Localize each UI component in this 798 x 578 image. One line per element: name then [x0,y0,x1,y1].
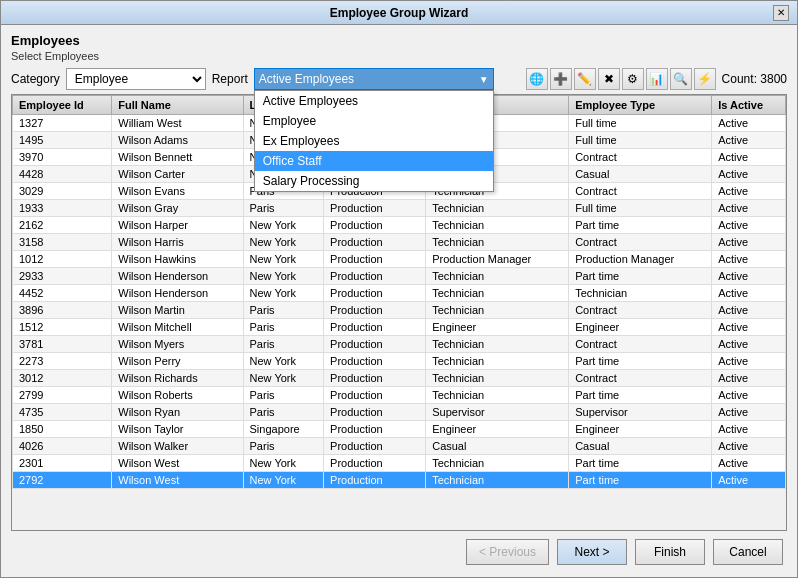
edit-icon[interactable]: ✏️ [574,68,596,90]
cell-employee-type: Casual [569,438,712,455]
cell-employee-id: 4428 [13,166,112,183]
table-row[interactable]: 3012 Wilson Richards New York Production… [13,370,786,387]
table-row[interactable]: 1850 Wilson Taylor Singapore Production … [13,421,786,438]
export-icon[interactable]: 📊 [646,68,668,90]
cell-full-name: Wilson Walker [112,438,243,455]
cell-employee-id: 4452 [13,285,112,302]
cell-full-name: Wilson Myers [112,336,243,353]
table-row[interactable]: 2273 Wilson Perry New York Production Te… [13,353,786,370]
count-label: Count: 3800 [722,72,787,86]
dropdown-item-active-employees[interactable]: Active Employees [255,91,493,111]
cell-dept-role: Production [324,370,426,387]
table-row[interactable]: 2799 Wilson Roberts Paris Production Tec… [13,387,786,404]
cell-employee-id: 2799 [13,387,112,404]
close-button[interactable]: ✕ [773,5,789,21]
cell-employee-id: 1512 [13,319,112,336]
dropdown-item-salary-processing[interactable]: Salary Processing [255,171,493,191]
col-is-active[interactable]: Is Active [712,96,786,115]
col-employee-type[interactable]: Employee Type [569,96,712,115]
cell-is-active: Active [712,217,786,234]
title-bar: Employee Group Wizard ✕ [1,1,797,25]
section-subtitle: Select Employees [11,50,787,62]
add-icon[interactable]: ➕ [550,68,572,90]
cell-employee-type: Full time [569,132,712,149]
cell-employee-id: 1012 [13,251,112,268]
report-dropdown-value: Active Employees [259,72,354,86]
cell-full-name: Wilson Roberts [112,387,243,404]
cell-employee-id: 4026 [13,438,112,455]
filter-icon[interactable]: ⚡ [694,68,716,90]
table-row[interactable]: 3781 Wilson Myers Paris Production Techn… [13,336,786,353]
search-icon[interactable]: 🔍 [670,68,692,90]
cell-employee-id: 2301 [13,455,112,472]
cell-employee-type: Contract [569,149,712,166]
cell-employee-id: 1933 [13,200,112,217]
table-row[interactable]: 1012 Wilson Hawkins New York Production … [13,251,786,268]
report-dropdown[interactable]: Active Employees ▼ [254,68,494,90]
cell-full-name: Wilson Richards [112,370,243,387]
cell-is-active: Active [712,404,786,421]
cell-dept-role: Production [324,200,426,217]
cell-location: New York [243,353,324,370]
dropdown-item-office-staff[interactable]: Office Staff [255,151,493,171]
cancel-button[interactable]: Cancel [713,539,783,565]
cell-location: New York [243,251,324,268]
col-full-name[interactable]: Full Name [112,96,243,115]
cell-dept-role: Production [324,472,426,489]
table-row[interactable]: 2792 Wilson West New York Production Tec… [13,472,786,489]
finish-button[interactable]: Finish [635,539,705,565]
cell-employee-type: Part time [569,353,712,370]
cell-employee-type: Part time [569,217,712,234]
cell-dept-role: Production [324,302,426,319]
settings-icon[interactable]: ⚙ [622,68,644,90]
table-row[interactable]: 4026 Wilson Walker Paris Production Casu… [13,438,786,455]
cell-is-active: Active [712,200,786,217]
cell-is-active: Active [712,302,786,319]
cell-dept-role: Production [324,404,426,421]
table-row[interactable]: 2933 Wilson Henderson New York Productio… [13,268,786,285]
cell-dept-role: Production [324,336,426,353]
table-row[interactable]: 3158 Wilson Harris New York Production T… [13,234,786,251]
cell-dept-role: Production [324,268,426,285]
cell-employee-type: Contract [569,336,712,353]
cell-is-active: Active [712,115,786,132]
cell-employee-type: Contract [569,302,712,319]
table-row[interactable]: 3896 Wilson Martin Paris Production Tech… [13,302,786,319]
cell-dept-role: Production [324,421,426,438]
globe-icon[interactable]: 🌐 [526,68,548,90]
cell-is-active: Active [712,234,786,251]
table-row[interactable]: 1933 Wilson Gray Paris Production Techni… [13,200,786,217]
cell-full-name: William West [112,115,243,132]
cell-employee-type: Casual [569,166,712,183]
cell-location: Paris [243,336,324,353]
previous-button[interactable]: < Previous [466,539,549,565]
cell-employee-type: Full time [569,200,712,217]
window-title: Employee Group Wizard [25,6,773,20]
cell-full-name: Wilson Ryan [112,404,243,421]
cell-employee-id: 3158 [13,234,112,251]
col-employee-id[interactable]: Employee Id [13,96,112,115]
dropdown-item-employee[interactable]: Employee [255,111,493,131]
cell-department: Technician [426,234,569,251]
cell-employee-id: 3029 [13,183,112,200]
table-row[interactable]: 1512 Wilson Mitchell Paris Production En… [13,319,786,336]
dropdown-item-ex-employees[interactable]: Ex Employees [255,131,493,151]
category-select[interactable]: Employee Employee Group [66,68,206,90]
cell-is-active: Active [712,132,786,149]
table-row[interactable]: 4735 Wilson Ryan Paris Production Superv… [13,404,786,421]
cell-full-name: Wilson Henderson [112,285,243,302]
cell-is-active: Active [712,183,786,200]
cell-full-name: Wilson Henderson [112,268,243,285]
cell-employee-id: 2933 [13,268,112,285]
table-row[interactable]: 2301 Wilson West New York Production Tec… [13,455,786,472]
cell-department: Technician [426,353,569,370]
cell-is-active: Active [712,421,786,438]
delete-icon[interactable]: ✖ [598,68,620,90]
cell-employee-id: 3012 [13,370,112,387]
table-row[interactable]: 4452 Wilson Henderson New York Productio… [13,285,786,302]
main-content: Employees Select Employees Category Empl… [1,25,797,577]
cell-employee-type: Technician [569,285,712,302]
table-row[interactable]: 2162 Wilson Harper New York Production T… [13,217,786,234]
next-button[interactable]: Next > [557,539,627,565]
cell-full-name: Wilson Martin [112,302,243,319]
